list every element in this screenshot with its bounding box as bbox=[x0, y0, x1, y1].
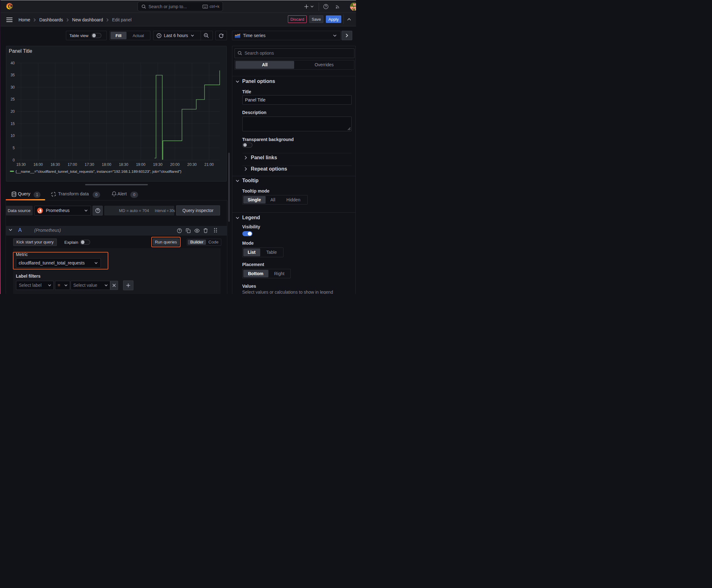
svg-text:20: 20 bbox=[11, 109, 15, 114]
svg-text:0: 0 bbox=[13, 158, 15, 162]
svg-text:16:00: 16:00 bbox=[33, 162, 43, 167]
svg-text:15: 15 bbox=[11, 122, 15, 126]
svg-text:18:00: 18:00 bbox=[102, 162, 111, 167]
svg-text:17:30: 17:30 bbox=[85, 162, 94, 167]
svg-text:19:30: 19:30 bbox=[153, 162, 163, 167]
svg-text:18:30: 18:30 bbox=[119, 162, 128, 167]
svg-text:{__name__="cloudflared_tunnel_: {__name__="cloudflared_tunnel_total_requ… bbox=[16, 169, 182, 174]
svg-text:30: 30 bbox=[11, 85, 15, 89]
svg-text:17:00: 17:00 bbox=[67, 162, 77, 167]
svg-text:40: 40 bbox=[11, 61, 15, 65]
svg-text:16:30: 16:30 bbox=[50, 162, 60, 167]
svg-text:35: 35 bbox=[11, 73, 15, 77]
svg-text:15:30: 15:30 bbox=[16, 162, 26, 167]
svg-text:20:00: 20:00 bbox=[170, 162, 179, 167]
svg-text:21:00: 21:00 bbox=[204, 162, 214, 167]
svg-text:5: 5 bbox=[13, 146, 15, 150]
svg-text:19:00: 19:00 bbox=[136, 162, 145, 167]
svg-text:20:30: 20:30 bbox=[187, 162, 196, 167]
svg-text:25: 25 bbox=[11, 97, 15, 102]
svg-text:10: 10 bbox=[11, 133, 15, 138]
